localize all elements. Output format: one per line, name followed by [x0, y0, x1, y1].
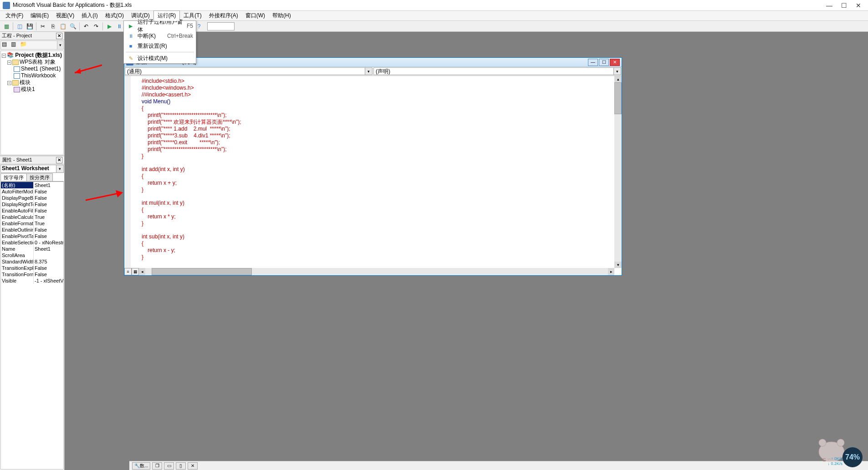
taskbar-tile-v-icon[interactable]: ▯	[176, 462, 186, 470]
property-row[interactable]: ScrollArea	[1, 252, 63, 258]
view-excel-icon[interactable]: ▦	[2, 22, 11, 31]
object-combo[interactable]: (通用) ▾	[125, 67, 373, 75]
main-area: 工程 - Project ✕ ▤ ▥ 📁 ▾ −📚 Project (数据1.x…	[0, 32, 868, 470]
taskbar-cascade-icon[interactable]: ❐	[152, 462, 162, 470]
menu-item[interactable]: 文件(F)	[2, 11, 27, 20]
full-module-view-icon[interactable]: ▦	[132, 268, 139, 275]
horizontal-scrollbar[interactable]: ≡ ▦ ◂ ▸	[124, 268, 614, 275]
mdi-area: 数据1.xls - Sheet1 (代码) — ☐ ✕ (通用) ▾ (声明) …	[65, 32, 868, 470]
undo-icon[interactable]: ↶	[82, 22, 91, 31]
property-row[interactable]: (名称)Sheet1	[1, 182, 63, 188]
toggle-folders-icon[interactable]: 📁	[20, 41, 28, 49]
code-editor[interactable]: #include<stdio.h> #include<windows.h> //…	[124, 76, 614, 268]
property-row[interactable]: EnableOutlininFalse	[1, 227, 63, 233]
property-row[interactable]: TransitionExpEFalse	[1, 265, 63, 271]
tree-sheet1[interactable]: Sheet1 (Sheet1)	[21, 66, 61, 72]
insert-module-icon[interactable]: ◫	[15, 22, 24, 31]
redo-icon[interactable]: ↷	[92, 22, 101, 31]
mdi-taskbar: 🔧 数... ❐ ▭ ▯ ✕	[129, 461, 868, 470]
tree-wps-objects[interactable]: WPS表格 对象	[20, 59, 56, 65]
find-icon[interactable]: 🔍	[68, 22, 77, 31]
scroll-down-icon[interactable]: ▾	[614, 262, 622, 268]
svg-line-0	[75, 65, 102, 73]
property-row[interactable]: StandardWidth8.375	[1, 258, 63, 265]
taskbar-window-button[interactable]: 🔧 数...	[132, 462, 150, 470]
menu-item[interactable]: 插入(I)	[78, 11, 101, 20]
properties-panel-header: 属性 - Sheet1 ✕	[0, 156, 64, 164]
svg-point-5	[819, 439, 826, 446]
property-row[interactable]: Visible-1 - xlSheetV	[1, 278, 63, 284]
menu-item[interactable]: 外接程序(A)	[205, 11, 242, 20]
properties-grid[interactable]: (名称)Sheet1AutoFilterModeFalseDisplayPage…	[0, 182, 64, 470]
property-row[interactable]: TransitionFormFalse	[1, 271, 63, 278]
project-toolbar-scroll[interactable]: ▾	[57, 41, 63, 49]
property-row[interactable]: EnablePivotTabFalse	[1, 233, 63, 239]
code-window-title-bar[interactable]: 数据1.xls - Sheet1 (代码) — ☐ ✕	[124, 58, 622, 67]
position-combo[interactable]	[207, 22, 235, 30]
menu-dropdown-item[interactable]: ⏸中断(K)Ctrl+Break	[124, 31, 196, 41]
tree-module1[interactable]: 模块1	[21, 86, 35, 92]
folder-icon	[12, 60, 19, 65]
procedure-combo[interactable]: (声明) ▾	[373, 67, 621, 75]
menu-dropdown-item[interactable]: ▶运行子过程/用户窗体F5	[124, 21, 196, 31]
tab-categorized[interactable]: 按分类序	[26, 173, 53, 181]
menu-dropdown-item[interactable]: ■重新设置(R)	[124, 41, 196, 51]
tree-project-root[interactable]: Project (数据1.xls)	[15, 52, 62, 58]
property-row[interactable]: EnableCalculatTrue	[1, 214, 63, 220]
vertical-scrollbar[interactable]: ▴ ▾	[614, 76, 622, 268]
property-row[interactable]: DisplayRightToFalse	[1, 201, 63, 207]
copy-icon[interactable]: ⎘	[48, 22, 57, 31]
minimize-button[interactable]: —	[826, 2, 832, 9]
scroll-left-icon[interactable]: ◂	[139, 268, 145, 275]
menu-item[interactable]: 运行(R)	[153, 10, 180, 21]
menu-item[interactable]: 工具(T)	[180, 11, 205, 20]
scroll-up-icon[interactable]: ▴	[614, 76, 622, 82]
window-controls: — ☐ ✕	[826, 2, 862, 9]
tree-modules[interactable]: 模块	[20, 79, 31, 86]
chevron-down-icon[interactable]: ▾	[365, 68, 372, 75]
menu-item[interactable]: 帮助(H)	[269, 11, 295, 20]
property-row[interactable]: EnableSelectio0 - xlNoRestr	[1, 239, 63, 246]
save-icon[interactable]: 💾	[25, 22, 34, 31]
run-icon[interactable]: ▶	[105, 22, 114, 31]
menu-item[interactable]: 格式(O)	[102, 11, 128, 20]
code-window-maximize[interactable]: ☐	[599, 59, 609, 66]
close-button[interactable]: ✕	[855, 2, 862, 9]
menu-dropdown-item[interactable]: ✎设计模式(M)	[124, 53, 196, 63]
project-tree[interactable]: −📚 Project (数据1.xls) −WPS表格 对象 Sheet1 (S…	[0, 51, 64, 155]
code-window-minimize[interactable]: —	[588, 59, 598, 66]
scroll-right-icon[interactable]: ▸	[608, 268, 614, 275]
menu-item[interactable]: 视图(V)	[52, 11, 78, 20]
taskbar-close-all-icon[interactable]: ✕	[188, 462, 198, 470]
percentage-badge[interactable]: 74%	[842, 447, 863, 467]
code-window-close[interactable]: ✕	[610, 59, 620, 66]
svg-point-6	[837, 439, 844, 446]
chevron-down-icon[interactable]: ▾	[613, 68, 621, 75]
view-code-icon[interactable]: ▤	[2, 41, 10, 49]
chevron-down-icon[interactable]: ▾	[56, 165, 63, 172]
menu-item[interactable]: 窗口(W)	[242, 11, 269, 20]
project-panel-close-icon[interactable]: ✕	[56, 33, 62, 39]
scrollbar-thumb[interactable]	[152, 268, 252, 275]
cut-icon[interactable]: ✂	[38, 22, 47, 31]
tab-alphabetic[interactable]: 按字母序	[0, 173, 27, 181]
tree-thisworkbook[interactable]: ThisWorkbook	[21, 72, 56, 79]
property-row[interactable]: EnableFormatCoTrue	[1, 220, 63, 227]
property-row[interactable]: EnableAutoFiltFalse	[1, 207, 63, 214]
procedure-view-icon[interactable]: ≡	[124, 268, 132, 275]
run-menu-dropdown: ▶运行子过程/用户窗体F5⏸中断(K)Ctrl+Break■重新设置(R)✎设计…	[123, 20, 196, 64]
property-row[interactable]: AutoFilterModeFalse	[1, 188, 63, 195]
scrollbar-thumb[interactable]	[614, 82, 622, 114]
paste-icon[interactable]: 📋	[58, 22, 67, 31]
break-icon[interactable]: ⏸	[115, 22, 124, 31]
taskbar-tile-h-icon[interactable]: ▭	[164, 462, 174, 470]
property-row[interactable]: DisplayPageBreFalse	[1, 195, 63, 201]
menu-bar: 文件(F)编辑(E)视图(V)插入(I)格式(O)调试(D)运行(R)工具(T)…	[0, 11, 868, 21]
properties-panel-close-icon[interactable]: ✕	[56, 157, 62, 163]
menu-item[interactable]: 编辑(E)	[27, 11, 52, 20]
properties-object-combo[interactable]: Sheet1 Worksheet ▾	[0, 165, 64, 173]
property-row[interactable]: NameSheet1	[1, 246, 63, 252]
maximize-button[interactable]: ☐	[841, 2, 847, 9]
view-object-icon[interactable]: ▥	[11, 41, 19, 49]
project-panel-title: 工程 - Project	[2, 32, 32, 39]
